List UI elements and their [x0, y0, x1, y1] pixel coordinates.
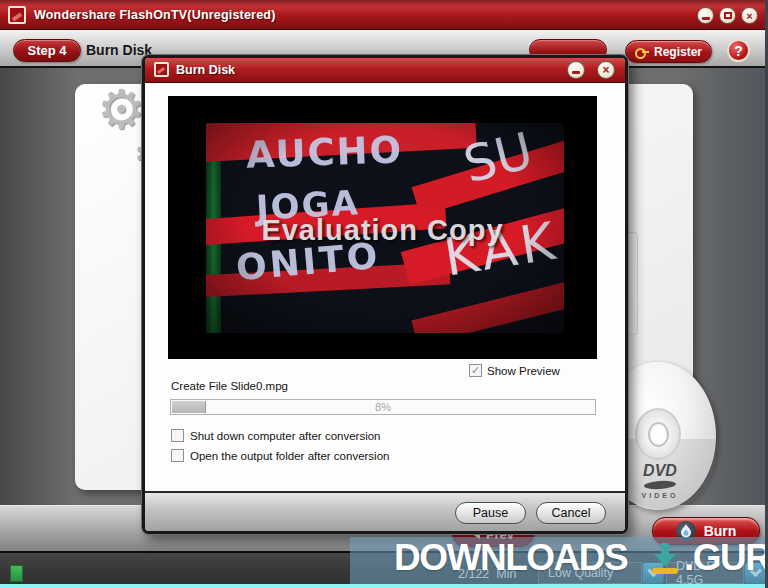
- create-file-status: Create File Slide0.mpg: [171, 380, 288, 392]
- help-button[interactable]: ?: [727, 39, 750, 62]
- show-preview-checkbox[interactable]: ✓: [469, 364, 482, 377]
- close-icon: ×: [746, 10, 752, 22]
- close-icon: ×: [602, 63, 609, 77]
- key-icon: [635, 48, 649, 56]
- maximize-button[interactable]: [719, 7, 736, 24]
- video-preview: AUCHO JOGA ONITO SU KAK Evaluation Copy: [168, 96, 597, 359]
- minimize-button[interactable]: [697, 7, 714, 24]
- app-icon: [8, 6, 26, 24]
- dvd-logo-text: DVD: [632, 462, 688, 480]
- quality-dropdown-button[interactable]: [642, 562, 664, 584]
- quality-dropdown[interactable]: Low Quality: [538, 562, 642, 584]
- shutdown-label: Shut down computer after conversion: [190, 430, 381, 442]
- progress-bar: 8%: [170, 399, 596, 415]
- capacity-meter-segment: [10, 565, 23, 582]
- show-preview-option: ✓ Show Preview: [469, 364, 560, 377]
- progress-percent-label: 8%: [171, 401, 595, 413]
- titlebar: Wondershare FlashOnTV(Unregistered) ×: [0, 0, 768, 30]
- close-button[interactable]: ×: [741, 7, 758, 24]
- disc-type-dropdown-button[interactable]: [744, 562, 766, 584]
- dialog-titlebar: Burn Disk ×: [145, 58, 625, 83]
- minimize-icon: [572, 71, 580, 74]
- burn-disk-dialog: Burn Disk × AUCHO JOGA ONITO SU K: [142, 55, 628, 534]
- dialog-icon: [154, 62, 169, 77]
- app-window: Wondershare FlashOnTV(Unregistered) × St…: [0, 0, 768, 588]
- minimize-icon: [702, 17, 710, 20]
- chevron-down-icon: [749, 564, 762, 577]
- dvd-disc-hole: [648, 422, 669, 447]
- burn-label: Burn: [704, 523, 737, 539]
- disc-type-dropdown[interactable]: DVD-R 4.5G: [666, 562, 744, 584]
- statusbar: 2/122 Min Low Quality DVD-R 4.5G: [0, 551, 768, 584]
- flame-icon: [676, 521, 696, 541]
- duration-info: 2/122 Min: [458, 567, 516, 581]
- check-icon: ✓: [471, 365, 480, 376]
- step-title: Burn Disk: [86, 42, 152, 58]
- dvd-video-text: VIDEO: [630, 492, 690, 499]
- register-label: Register: [654, 45, 702, 59]
- open-folder-checkbox[interactable]: [171, 449, 184, 462]
- show-preview-label: Show Preview: [487, 365, 560, 377]
- open-folder-option: Open the output folder after conversion: [171, 449, 389, 462]
- shutdown-option: Shut down computer after conversion: [171, 429, 381, 442]
- bottom-accent-line: [0, 584, 768, 588]
- step-badge[interactable]: Step 4: [13, 39, 81, 62]
- dialog-body: AUCHO JOGA ONITO SU KAK Evaluation Copy …: [145, 83, 625, 493]
- quality-value: Low Quality: [548, 566, 613, 580]
- register-button[interactable]: Register: [625, 40, 712, 63]
- help-icon: ?: [734, 43, 743, 59]
- window-title: Wondershare FlashOnTV(Unregistered): [34, 8, 276, 22]
- dialog-close-button[interactable]: ×: [597, 61, 615, 79]
- pause-button[interactable]: Pause: [455, 502, 526, 524]
- shutdown-checkbox[interactable]: [171, 429, 184, 442]
- dialog-minimize-button[interactable]: [567, 61, 585, 79]
- disc-type-value: DVD-R 4.5G: [676, 559, 743, 587]
- maximize-icon: [724, 12, 732, 19]
- evaluation-watermark: Evaluation Copy: [168, 214, 597, 247]
- chevron-down-icon: [647, 564, 660, 577]
- dialog-button-bar: Pause Cancel: [145, 491, 625, 531]
- open-folder-label: Open the output folder after conversion: [190, 450, 389, 462]
- dialog-title: Burn Disk: [176, 63, 235, 77]
- cancel-button[interactable]: Cancel: [536, 502, 606, 524]
- burn-button[interactable]: Burn: [652, 517, 760, 545]
